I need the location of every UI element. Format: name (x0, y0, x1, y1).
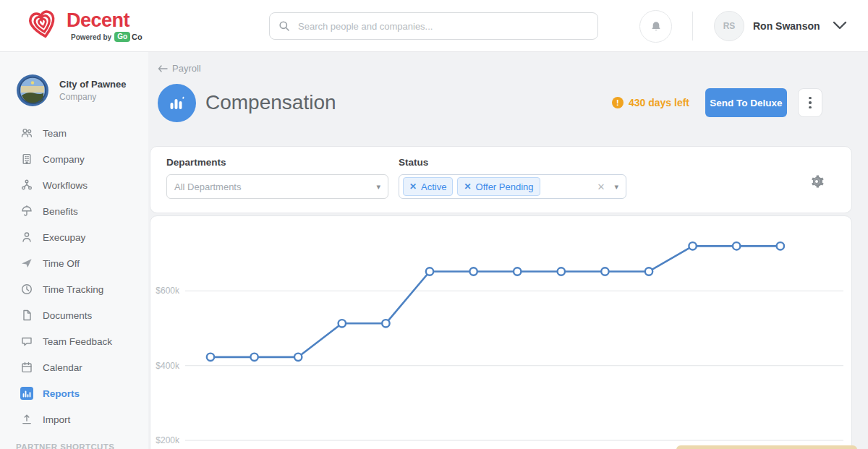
departments-select[interactable]: All Departments ▾ (166, 174, 388, 199)
clock-icon (20, 283, 33, 296)
chevron-down-icon (832, 20, 848, 31)
chevron-down-icon: ▾ (376, 182, 380, 192)
sidebar-item-benefits[interactable]: Benefits (0, 198, 148, 224)
svg-text:$400k: $400k (156, 361, 180, 371)
main-content: Payroll Compensation ! 430 days left Sen… (148, 52, 868, 449)
clear-all-icon[interactable]: ✕ (597, 182, 605, 192)
page-title: Compensation (205, 91, 336, 114)
departments-label: Departments (166, 157, 388, 168)
decent-logo[interactable]: Decent Powered by Go Co (25, 4, 142, 42)
brand-name: Decent (67, 10, 142, 30)
user-menu-chevron[interactable] (832, 20, 848, 34)
departments-value: All Departments (174, 181, 376, 192)
sidebar-item-execupay[interactable]: Execupay (0, 224, 148, 250)
avatar-initials: RS (723, 21, 736, 31)
sidebar-item-label: Execupay (43, 232, 85, 243)
sidebar-item-time-tracking[interactable]: Time Tracking (0, 276, 148, 302)
sidebar-item-label: Calendar (43, 362, 82, 373)
sidebar: City of Pawnee Company Team Company Work… (0, 52, 148, 449)
warning-icon: ! (612, 97, 624, 108)
send-to-deluxe-button[interactable]: Send To Deluxe (705, 88, 787, 117)
sidebar-item-calendar[interactable]: Calendar (0, 354, 148, 380)
sidebar-item-reports[interactable]: Reports (0, 380, 148, 406)
sidebar-item-label: Company (43, 154, 85, 165)
team-icon (20, 127, 33, 140)
kebab-dot (809, 97, 812, 100)
plane-icon (20, 257, 33, 270)
back-to-payroll-link[interactable]: Payroll (158, 63, 201, 74)
kebab-dot (809, 106, 812, 109)
chat-bubble-icon (20, 335, 33, 348)
reports-icon (20, 387, 33, 400)
sidebar-item-company[interactable]: Company (0, 146, 148, 172)
user-avatar[interactable]: RS (714, 11, 744, 41)
compensation-page-icon (158, 84, 196, 122)
more-options-button[interactable] (798, 88, 822, 117)
sidebar-item-label: Team Feedback (43, 336, 112, 347)
chevron-down-icon[interactable]: ▾ (614, 182, 618, 192)
company-seal-avatar (16, 74, 49, 107)
upload-icon (20, 413, 33, 426)
notifications-button[interactable] (639, 10, 672, 43)
search-icon (278, 20, 290, 32)
sidebar-item-team[interactable]: Team (0, 120, 148, 146)
sidebar-item-label: Time Tracking (43, 284, 103, 295)
sidebar-item-label: Reports (43, 388, 80, 399)
heart-logo-icon (21, 2, 64, 45)
sidebar-item-workflows[interactable]: Workflows (0, 172, 148, 198)
powered-by-label: Powered by (71, 33, 111, 41)
header-divider (692, 12, 693, 40)
top-header: Decent Powered by Go Co RS Ron Swanson (0, 0, 868, 52)
calendar-icon (20, 361, 33, 374)
status-label: Status (399, 157, 626, 168)
sidebar-nav: Team Company Workflows Benefits Execupay… (0, 120, 148, 432)
chart-settings-button[interactable] (808, 173, 825, 193)
compensation-chart-card: $600k$400k$200k (150, 215, 852, 449)
goco-badge-suffix: Co (132, 33, 142, 41)
kebab-dot (809, 101, 812, 104)
partner-shortcuts-header: PARTNER SHORTCUTS (16, 442, 148, 449)
svg-text:$200k: $200k (156, 435, 180, 445)
svg-text:$600k: $600k (156, 286, 180, 296)
compensation-chart[interactable]: $600k$400k$200k (150, 216, 852, 449)
sidebar-item-label: Import (43, 414, 70, 425)
sidebar-item-import[interactable]: Import (0, 406, 148, 432)
sidebar-item-label: Time Off (43, 258, 80, 269)
document-icon (20, 309, 33, 322)
sidebar-item-label: Benefits (43, 206, 78, 217)
company-switcher[interactable]: City of Pawnee Company (0, 52, 148, 114)
company-name: City of Pawnee (59, 79, 126, 90)
filters-card: Departments All Departments ▾ Status ✕ A… (150, 146, 852, 213)
payroll-person-icon (20, 231, 33, 244)
workflow-icon (20, 179, 33, 192)
user-name: Ron Swanson (753, 0, 820, 51)
goco-badge: Go (114, 32, 130, 42)
days-left-text: 430 days left (629, 97, 689, 108)
search-input[interactable] (297, 20, 589, 33)
chip-label: Active (421, 181, 446, 192)
status-multiselect[interactable]: ✕ Active ✕ Offer Pending ✕ ▾ (399, 174, 626, 199)
chip-label: Offer Pending (476, 181, 534, 192)
sidebar-item-team-feedback[interactable]: Team Feedback (0, 328, 148, 354)
umbrella-icon (20, 205, 33, 218)
company-type: Company (59, 92, 126, 102)
global-search[interactable] (269, 12, 598, 40)
days-left-badge: ! 430 days left (612, 97, 689, 108)
sidebar-item-documents[interactable]: Documents (0, 302, 148, 328)
status-chip-offer-pending[interactable]: ✕ Offer Pending (457, 177, 540, 196)
sidebar-item-label: Documents (43, 310, 92, 321)
remove-chip-icon[interactable]: ✕ (464, 182, 471, 191)
status-chip-active[interactable]: ✕ Active (403, 177, 453, 196)
back-arrow-icon (158, 65, 168, 72)
back-link-label: Payroll (172, 63, 201, 74)
sidebar-item-time-off[interactable]: Time Off (0, 250, 148, 276)
sidebar-item-label: Workflows (43, 180, 88, 191)
bar-chart-icon (167, 93, 187, 113)
bell-icon (650, 20, 663, 33)
remove-chip-icon[interactable]: ✕ (409, 182, 417, 191)
sidebar-item-label: Team (43, 128, 67, 139)
building-icon (20, 153, 33, 166)
gear-icon (808, 173, 825, 190)
chat-launcher-peek[interactable] (676, 445, 857, 449)
